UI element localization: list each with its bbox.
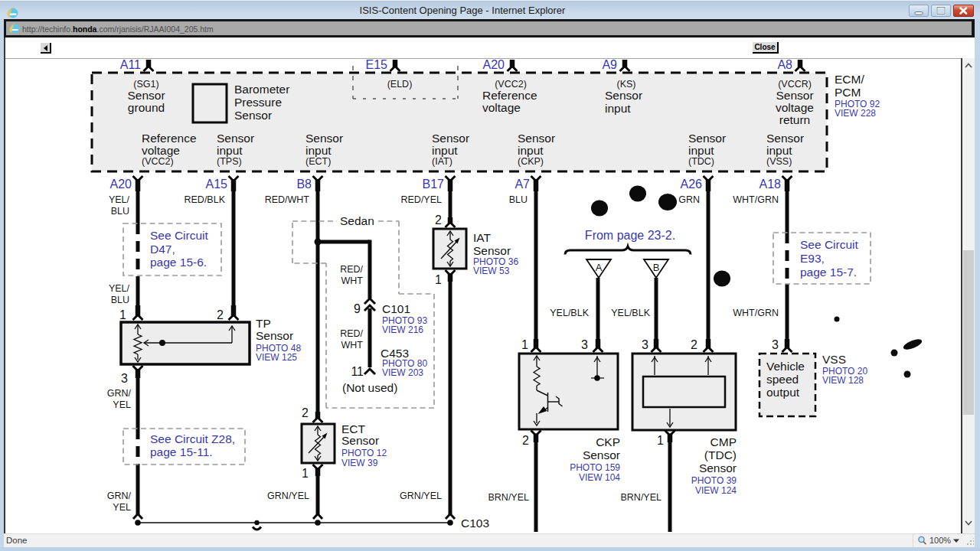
svg-text:Pressure: Pressure [234, 96, 282, 109]
svg-text:(VCCR): (VCCR) [778, 79, 812, 90]
svg-text:RED/WHT: RED/WHT [265, 194, 310, 205]
svg-text:speed: speed [766, 373, 799, 386]
svg-text:C103: C103 [461, 517, 489, 530]
svg-text:Sensor: Sensor [341, 434, 379, 447]
svg-text:return: return [779, 113, 811, 126]
svg-text:PCM: PCM [835, 86, 861, 99]
svg-text:A11: A11 [120, 58, 141, 71]
svg-text:Sensor: Sensor [234, 109, 272, 122]
svg-text:2: 2 [217, 308, 224, 321]
svg-text:A: A [596, 262, 603, 273]
svg-text:VIEW 124: VIEW 124 [695, 485, 737, 496]
svg-text:IAT: IAT [473, 231, 491, 244]
svg-text:(TPS): (TPS) [217, 156, 242, 167]
svg-text:A15: A15 [206, 178, 228, 191]
svg-text:A18: A18 [760, 178, 782, 191]
svg-text:YEL/BLK: YEL/BLK [550, 308, 589, 318]
svg-text:1: 1 [657, 434, 664, 447]
svg-text:Sensor: Sensor [432, 132, 469, 145]
svg-text:See Circuit Z28,: See Circuit Z28, [150, 432, 235, 445]
svg-text:input: input [305, 144, 332, 157]
svg-text:Barometer: Barometer [234, 83, 289, 96]
svg-text:Reference: Reference [142, 132, 197, 145]
svg-text:3: 3 [772, 338, 779, 351]
svg-text:ground: ground [128, 101, 165, 114]
svg-text:D47,: D47, [150, 243, 175, 256]
svg-text:A26: A26 [681, 178, 703, 191]
svg-text:A9: A9 [602, 58, 617, 71]
svg-text:Sensor: Sensor [699, 461, 737, 474]
svg-text:GRN/: GRN/ [107, 388, 132, 399]
svg-text:RED/: RED/ [340, 328, 363, 339]
svg-text:11: 11 [351, 365, 364, 378]
svg-text:RED/BLK: RED/BLK [185, 194, 226, 205]
svg-text:PHOTO 39: PHOTO 39 [691, 475, 737, 486]
svg-text:(ELD): (ELD) [387, 79, 413, 90]
svg-text:(TDC): (TDC) [688, 156, 714, 167]
svg-text:output: output [766, 386, 800, 399]
svg-text:2: 2 [302, 406, 309, 419]
svg-text:Sensor: Sensor [766, 132, 804, 145]
svg-text:Reference: Reference [482, 89, 537, 102]
svg-text:PHOTO 12: PHOTO 12 [341, 448, 387, 458]
svg-text:2: 2 [691, 338, 697, 351]
svg-text:9: 9 [354, 302, 361, 315]
svg-text:WHT: WHT [341, 276, 364, 286]
svg-text:A7: A7 [514, 178, 530, 191]
svg-text:VIEW 53: VIEW 53 [473, 266, 510, 276]
svg-text:WHT/GRN: WHT/GRN [733, 308, 779, 318]
svg-text:input: input [217, 144, 243, 157]
svg-text:(CKP): (CKP) [518, 156, 544, 167]
svg-text:B17: B17 [423, 178, 445, 191]
svg-text:BLU: BLU [111, 206, 129, 217]
svg-text:YEL: YEL [113, 399, 131, 410]
svg-text:VIEW 104: VIEW 104 [579, 472, 620, 483]
svg-text:3: 3 [121, 372, 128, 385]
svg-text:VIEW 39: VIEW 39 [341, 458, 378, 468]
svg-text:A8: A8 [777, 58, 792, 71]
svg-text:VIEW 128: VIEW 128 [822, 375, 864, 386]
svg-text:GRN: GRN [678, 194, 700, 205]
svg-text:Sensor: Sensor [605, 89, 642, 102]
svg-text:Sensor: Sensor [518, 132, 555, 145]
svg-text:RED/YEL: RED/YEL [401, 194, 443, 205]
svg-text:1: 1 [435, 273, 442, 286]
svg-text:input: input [605, 102, 631, 115]
svg-text:WHT: WHT [341, 340, 364, 350]
svg-text:BRN/YEL: BRN/YEL [488, 492, 530, 503]
svg-text:VSS: VSS [822, 353, 846, 366]
svg-text:(Not used): (Not used) [342, 381, 397, 394]
svg-text:A20: A20 [110, 178, 132, 191]
svg-text:CMP: CMP [710, 435, 737, 448]
svg-text:GRN/YEL: GRN/YEL [267, 491, 309, 501]
svg-text:input: input [432, 144, 458, 157]
svg-text:(KS): (KS) [617, 79, 636, 90]
svg-text:3: 3 [642, 338, 648, 351]
svg-text:voltage: voltage [776, 101, 814, 114]
svg-text:TP: TP [256, 317, 271, 330]
svg-text:(VCC2): (VCC2) [495, 79, 527, 90]
svg-text:voltage: voltage [142, 144, 180, 157]
svg-text:1: 1 [119, 308, 126, 321]
svg-text:WHT/GRN: WHT/GRN [733, 194, 779, 205]
svg-text:E15: E15 [366, 58, 388, 71]
svg-text:Sensor: Sensor [217, 132, 254, 145]
svg-text:Sensor: Sensor [127, 89, 165, 102]
svg-text:Sensor: Sensor [305, 132, 343, 145]
svg-text:(TDC): (TDC) [704, 448, 737, 461]
svg-text:GRN/YEL: GRN/YEL [400, 491, 442, 501]
svg-text:input: input [518, 144, 544, 157]
svg-text:RED/: RED/ [340, 264, 363, 275]
svg-text:CKP: CKP [596, 435, 620, 448]
svg-text:C101: C101 [382, 302, 410, 315]
svg-text:input: input [688, 144, 714, 157]
svg-text:BLU: BLU [111, 295, 129, 305]
svg-text:BRN/YEL: BRN/YEL [621, 492, 662, 503]
svg-text:VIEW 125: VIEW 125 [256, 352, 297, 363]
svg-text:B8: B8 [296, 178, 312, 191]
svg-text:Sensor: Sensor [688, 132, 726, 145]
svg-text:(VSS): (VSS) [766, 156, 792, 167]
svg-text:1: 1 [302, 467, 309, 480]
svg-text:A20: A20 [483, 58, 505, 71]
svg-text:1: 1 [521, 338, 528, 351]
